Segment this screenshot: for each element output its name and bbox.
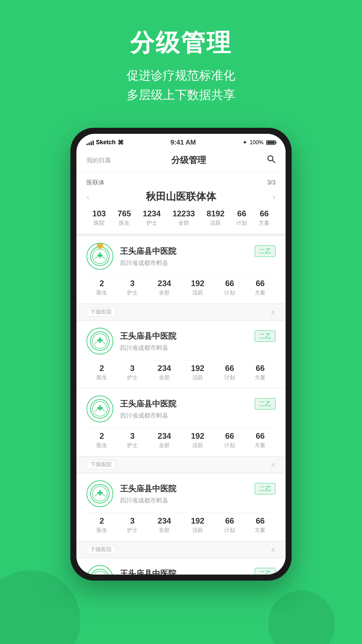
stat-label-2: 护士 (143, 220, 161, 227)
search-icon[interactable] (267, 155, 276, 166)
union-stat-3: 12233 全部 (173, 209, 195, 227)
union-stat-0: 103 医院 (93, 209, 106, 227)
hospital-logo-3: ✚ (86, 480, 113, 507)
hospital-addr-3: 四川省成都市郫县 (120, 497, 168, 504)
hospital-name-row-4: 王头庙县中医院 二乙 (120, 568, 276, 575)
status-bar: Sketch ⌘ 9:41 AM ✦ 100% (76, 134, 286, 149)
wifi-icon: ⌘ (118, 139, 124, 146)
chevron-up-icon-2[interactable]: ∧ (270, 461, 276, 469)
hospital-logo-1: ✚ (86, 328, 113, 355)
svg-text:✚: ✚ (97, 574, 103, 575)
sub-divider-1[interactable]: 下级医院 ∧ (76, 304, 286, 320)
status-time: 9:41 AM (171, 139, 196, 146)
signal-bar-1 (86, 144, 88, 145)
hospital-info-2: 王头庙县中医院 二乙 四川省成都市郫县 (120, 398, 276, 420)
hospital-name-row-2: 王头庙县中医院 二乙 (120, 398, 276, 410)
nav-title: 分级管理 (171, 154, 206, 166)
union-nav: ‹ 秋田山医联体体 › (86, 190, 276, 204)
stat-label-1: 医生 (118, 220, 131, 227)
hospital-name-0: 王头庙县中医院 (120, 246, 176, 257)
sub-divider-2[interactable]: 下级医院 ∧ (76, 457, 286, 473)
hospital-emblem-0: ✚ (90, 246, 110, 266)
bluetooth-icon: ✦ (243, 139, 247, 146)
hospital-grade-4: 二乙 (255, 568, 276, 575)
battery-fill (267, 141, 275, 144)
union-name: 秋田山医联体体 (146, 190, 216, 204)
hospital-addr-0: 四川省成都市郫县 (120, 260, 168, 266)
stat-value-5: 66 (236, 209, 247, 218)
stat-label-6: 方案 (259, 220, 269, 227)
union-stat-1: 765 医生 (118, 209, 131, 227)
union-meta: 医联体 3/3 (86, 178, 276, 186)
hospital-card-4[interactable]: ✚ 王头庙县中医院 二乙 四川省成都市郫县 (76, 558, 286, 575)
battery-pct: 100% (250, 140, 263, 146)
stat-value-2: 1234 (143, 209, 161, 218)
union-stats: 103 医院 765 医生 1234 护士 12233 (86, 209, 276, 227)
hospital-card-0[interactable]: 👑 ✚ 王头庙县中医院 二乙 (76, 236, 286, 303)
next-arrow-icon[interactable]: › (273, 192, 276, 202)
signal-bars (86, 140, 94, 145)
hospital-grade-2: 二乙 (255, 398, 276, 410)
hospital-stats-2: 2医生 3护士 234全部 192活跃 66计划 66方案 (86, 428, 276, 449)
hospital-grade-0: 二乙 (255, 246, 276, 257)
hospital-card-3[interactable]: ✚ 王头庙县中医院 二乙 四川省成都市郫县 (76, 474, 286, 541)
sub-label-2: 下级医院 (86, 460, 115, 469)
crown-icon: 👑 (96, 243, 104, 249)
hospital-emblem-1: ✚ (90, 331, 110, 351)
stat-value-6: 66 (259, 209, 269, 218)
stat-value-0: 103 (93, 209, 106, 218)
hospital-name-row-3: 王头庙县中医院 二乙 (120, 483, 276, 494)
union-page: 3/3 (267, 179, 276, 186)
hospital-main-3: ✚ 王头庙县中医院 二乙 四川省成都市郫县 (86, 480, 276, 507)
hospital-main-4: ✚ 王头庙县中医院 二乙 四川省成都市郫县 (86, 565, 276, 575)
hospital-main-0: 👑 ✚ 王头庙县中医院 二乙 (86, 243, 276, 270)
phone-frame: Sketch ⌘ 9:41 AM ✦ 100% 我的归属 分级管理 (70, 128, 292, 581)
svg-text:✚: ✚ (97, 489, 103, 497)
hospital-name-3: 王头庙县中医院 (120, 483, 176, 494)
hospital-main-1: ✚ 王头庙县中医院 二乙 四川省成都市郫县 (86, 328, 276, 355)
union-header: 医联体 3/3 ‹ 秋田山医联体体 › 103 医院 (76, 172, 286, 233)
svg-point-0 (268, 156, 273, 161)
phone-screen: Sketch ⌘ 9:41 AM ✦ 100% 我的归属 分级管理 (76, 134, 286, 575)
hospital-logo-2: ✚ (86, 395, 113, 422)
hospital-name-2: 王头庙县中医院 (120, 398, 176, 409)
sub-divider-3[interactable]: 下级医院 ∧ (76, 541, 286, 558)
content-area[interactable]: 医联体 3/3 ‹ 秋田山医联体体 › 103 医院 (76, 172, 286, 575)
hospital-name-row-1: 王头庙县中医院 二乙 (120, 330, 276, 342)
subtitle-line1: 促进诊疗规范标准化 (127, 68, 235, 82)
union-label: 医联体 (86, 178, 105, 186)
union-stat-6: 66 方案 (259, 209, 269, 227)
hospital-main-2: ✚ 王头庙县中医院 二乙 四川省成都市郫县 (86, 395, 276, 422)
svg-text:✚: ✚ (97, 404, 103, 412)
hospital-grade-3: 二乙 (255, 483, 276, 494)
hospital-stats-1: 2医生 3护士 234全部 192活跃 66计划 66方案 (86, 360, 276, 381)
union-stat-4: 8192 活跃 (207, 209, 225, 227)
stat-label-5: 计划 (236, 220, 247, 227)
nav-back-button[interactable]: 我的归属 (86, 156, 111, 164)
hospital-info-3: 王头庙县中医院 二乙 四川省成都市郫县 (120, 483, 276, 504)
hospital-name-1: 王头庙县中医院 (120, 331, 176, 341)
svg-text:✚: ✚ (97, 336, 103, 344)
stat-value-3: 12233 (173, 209, 195, 218)
hospital-emblem-3: ✚ (90, 484, 110, 504)
hospital-emblem-2: ✚ (90, 399, 110, 419)
hospital-info-1: 王头庙县中医院 二乙 四川省成都市郫县 (120, 330, 276, 352)
svg-line-1 (273, 161, 275, 163)
stat-label-3: 全部 (173, 220, 195, 227)
signal-bar-2 (88, 143, 90, 145)
chevron-up-icon-3[interactable]: ∧ (270, 546, 276, 554)
hero-section: 分级管理 促进诊疗规范标准化 多层级上下数据共享 (0, 0, 362, 118)
hospital-emblem-4: ✚ (90, 569, 110, 575)
hospital-info-0: 王头庙县中医院 二乙 四川省成都市郫县 (120, 246, 276, 267)
sub-label-3: 下级医院 (86, 545, 115, 554)
hospital-card-2[interactable]: ✚ 王头庙县中医院 二乙 四川省成都市郫县 (76, 389, 286, 456)
prev-arrow-icon[interactable]: ‹ (86, 192, 89, 202)
hospital-name-row-0: 王头庙县中医院 二乙 (120, 246, 276, 257)
signal-bar-3 (90, 142, 92, 145)
status-right: ✦ 100% (243, 139, 276, 146)
status-left: Sketch ⌘ (86, 139, 124, 146)
hospital-addr-2: 四川省成都市郫县 (120, 412, 168, 419)
chevron-up-icon-1[interactable]: ∧ (270, 308, 276, 316)
hospital-card-1[interactable]: ✚ 王头庙县中医院 二乙 四川省成都市郫县 (76, 321, 286, 388)
union-stat-2: 1234 护士 (143, 209, 161, 227)
